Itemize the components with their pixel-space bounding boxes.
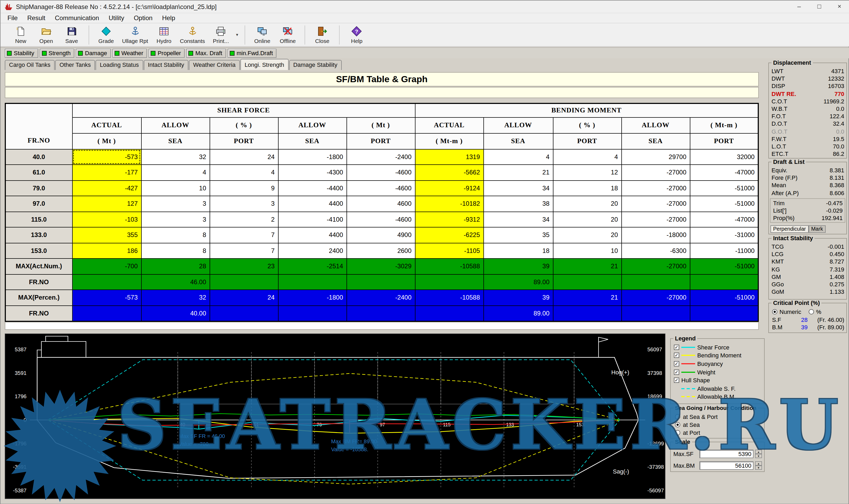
cell-133-0-c5[interactable]: -6225 (415, 227, 483, 243)
cell-97-0-c3[interactable]: 4400 (278, 196, 346, 212)
cell-115-0-c3[interactable]: -4100 (278, 212, 346, 227)
toolbar-save-button[interactable]: Save (59, 24, 84, 45)
toolbar-new-button[interactable]: New (8, 24, 33, 45)
cell-133-0-c0[interactable]: 355 (72, 227, 141, 243)
max-bm-input[interactable] (699, 461, 753, 470)
cell-max-act-num-c2[interactable]: 23 (210, 258, 278, 274)
cell-133-0-c7[interactable]: 20 (553, 227, 621, 243)
toolbar-online-button[interactable]: Online (250, 24, 275, 45)
cell-max-act-num-c8[interactable]: -27000 (621, 258, 690, 274)
cell-max-act-num-c1[interactable]: 28 (141, 258, 210, 274)
cell-133-0-c8[interactable]: -18000 (621, 227, 690, 243)
cell-fr-no-c2[interactable] (210, 305, 278, 321)
cell-40-0-c7[interactable]: 4 (553, 149, 621, 165)
cell-79-0-c8[interactable]: -27000 (621, 180, 690, 196)
cell-max-percen-c6[interactable]: 39 (483, 290, 553, 305)
cell-133-0-c6[interactable]: 35 (483, 227, 553, 243)
cell-max-act-num-c7[interactable]: 21 (553, 258, 621, 274)
cell-97-0-c4[interactable]: 4600 (346, 196, 415, 212)
cell-61-0-c4[interactable]: -4600 (346, 165, 415, 180)
cell-153-0-c2[interactable]: 7 (210, 243, 278, 258)
cell-79-0-c5[interactable]: -9124 (415, 180, 483, 196)
status-button-propeller[interactable]: Propeller (149, 49, 185, 57)
cell-max-percen-c8[interactable]: -27000 (621, 290, 690, 305)
max-sf-input[interactable] (699, 450, 753, 458)
spinner-down-icon[interactable]: ▼ (755, 454, 762, 458)
cell-115-0-c6[interactable]: 34 (483, 212, 553, 227)
cell-max-percen-c1[interactable]: 32 (141, 290, 210, 305)
tab-damage-stability[interactable]: Damage Stability (289, 60, 342, 70)
cell-79-0-c0[interactable]: -427 (72, 180, 141, 196)
cell-115-0-c5[interactable]: -9312 (415, 212, 483, 227)
cell-115-0-c7[interactable]: 20 (553, 212, 621, 227)
cell-max-act-num-c9[interactable]: -51000 (690, 258, 758, 274)
cell-max-act-num-c3[interactable]: -2514 (278, 258, 346, 274)
cell-79-0-c6[interactable]: 34 (483, 180, 553, 196)
spinner-up-icon[interactable]: ▲ (755, 450, 762, 454)
menu-item-option[interactable]: Option (129, 13, 157, 23)
cell-97-0-c2[interactable]: 3 (210, 196, 278, 212)
draft-tab-perpendicular[interactable]: Perpendicular (770, 226, 809, 233)
tab-intact-stability[interactable]: Intact Stability (143, 60, 188, 70)
cell-max-percen-c9[interactable]: -51000 (690, 290, 758, 305)
cell-max-percen-c5[interactable]: -10588 (415, 290, 483, 305)
toolbar-ullage-rpt-button[interactable]: Ullage Rpt (119, 24, 151, 45)
cell-115-0-c1[interactable]: 3 (141, 212, 210, 227)
cell-79-0-c2[interactable]: 9 (210, 180, 278, 196)
tab-other-tanks[interactable]: Other Tanks (55, 60, 95, 70)
status-button-max-draft[interactable]: Max. Draft (186, 49, 226, 57)
status-button-min-fwd-draft[interactable]: min.Fwd.Draft (228, 49, 277, 57)
cell-61-0-c3[interactable]: -4300 (278, 165, 346, 180)
cell-153-0-c4[interactable]: 2600 (346, 243, 415, 258)
cell-79-0-c1[interactable]: 10 (141, 180, 210, 196)
cell-61-0-c6[interactable]: 21 (483, 165, 553, 180)
cell-fr-no-c1[interactable]: 46.00 (141, 274, 210, 290)
toolbar-hydro-button[interactable]: Hydro (151, 24, 177, 45)
status-button-damage[interactable]: Damage (76, 49, 111, 57)
cell-97-0-c9[interactable]: -51000 (690, 196, 758, 212)
toolbar-close-button[interactable]: Close (310, 24, 335, 45)
checkbox-bending-moment[interactable]: ✓ (674, 353, 679, 358)
cell-max-act-num-c4[interactable]: -3029 (346, 258, 415, 274)
menu-item-help[interactable]: Help (157, 13, 180, 23)
cell-61-0-c8[interactable]: -27000 (621, 165, 690, 180)
cell-fr-no-c5[interactable] (415, 274, 483, 290)
cell-61-0-c2[interactable]: 4 (210, 165, 278, 180)
cell-fr-no-c4[interactable] (346, 274, 415, 290)
toolbar-open-button[interactable]: Open (33, 24, 59, 45)
radio-icon-[interactable] (809, 309, 814, 314)
checkbox-buoyancy[interactable]: ✓ (674, 361, 679, 366)
cell-153-0-c1[interactable]: 8 (141, 243, 210, 258)
cell-max-act-num-c5[interactable]: -10588 (415, 258, 483, 274)
cell-40-0-c6[interactable]: 4 (483, 149, 553, 165)
cell-max-act-num-c0[interactable]: -700 (72, 258, 141, 274)
cell-40-0-c4[interactable]: -2400 (346, 149, 415, 165)
max-bm-spinner[interactable]: ▲▼ (755, 461, 762, 470)
cell-fr-no-c3[interactable] (278, 274, 346, 290)
cell-fr-no-c6[interactable]: 89.00 (483, 274, 553, 290)
cell-79-0-c3[interactable]: -4400 (278, 180, 346, 196)
cell-max-act-num-c6[interactable]: 39 (483, 258, 553, 274)
cell-97-0-c7[interactable]: 20 (553, 196, 621, 212)
cell-fr-no-c8[interactable] (621, 274, 690, 290)
sea-option-at-sea-port[interactable]: at Sea & Port (671, 413, 764, 420)
cell-fr-no-c7[interactable] (553, 305, 621, 321)
toolbar-constants-button[interactable]: Constants (177, 24, 208, 45)
checkbox-hull-shape[interactable]: ✓ (674, 378, 679, 383)
cell-fr-no-c9[interactable] (690, 274, 758, 290)
tab-loading-status[interactable]: Loading Status (96, 60, 143, 70)
cell-153-0-c6[interactable]: 18 (483, 243, 553, 258)
close-button[interactable]: × (829, 1, 849, 13)
tab-weather-criteria[interactable]: Weather Criteria (189, 60, 240, 70)
radio-icon-at-sea[interactable] (675, 422, 680, 427)
cell-97-0-c1[interactable]: 3 (141, 196, 210, 212)
cell-115-0-c0[interactable]: -103 (72, 212, 141, 227)
menu-item-communication[interactable]: Communication (50, 13, 104, 23)
critical-radio-[interactable]: % (809, 309, 821, 315)
toolbar-help-button[interactable]: ?Help (344, 24, 369, 45)
cell-max-percen-c4[interactable]: -2400 (346, 290, 415, 305)
cell-133-0-c9[interactable]: -31000 (690, 227, 758, 243)
cell-153-0-c7[interactable]: 10 (553, 243, 621, 258)
status-button-stability[interactable]: Stability (5, 49, 38, 57)
cell-40-0-c8[interactable]: 29700 (621, 149, 690, 165)
